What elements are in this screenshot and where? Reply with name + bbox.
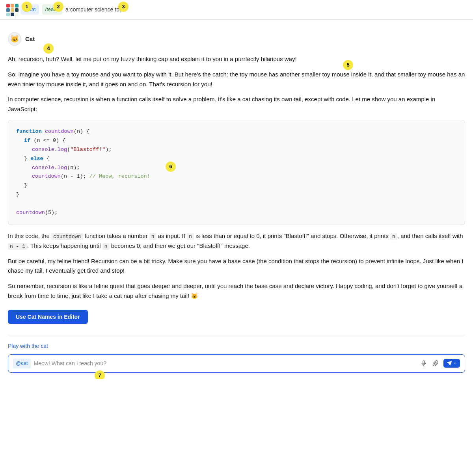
divider-2 <box>8 335 465 335</box>
main-content: 🐱 Cat Ah, recursion, huh? Well, let me p… <box>0 26 473 379</box>
explanation-part6: . This keeps happening until <box>27 242 102 249</box>
attachment-button[interactable] <box>432 359 439 367</box>
msg-para-1: Ah, recursion, huh? Well, let me put on … <box>8 54 465 64</box>
code-inline-n1: n <box>149 233 156 240</box>
annotation-6: 6 <box>166 162 176 172</box>
explanation-part7: becomes 0, and then we get our "Blastoff… <box>110 242 250 249</box>
code-inline-n-1: n - 1 <box>8 243 27 250</box>
send-button[interactable] <box>443 359 460 368</box>
play-with-cat-link[interactable]: Play with the cat <box>8 342 465 350</box>
input-cat-tag: @cat <box>13 359 31 368</box>
top-bar: @cat /teach a computer science topic <box>0 0 473 19</box>
input-bar[interactable]: @cat Meow! What can I teach you? <box>8 354 465 373</box>
msg-para-3: In computer science, recursion is when a… <box>8 95 465 114</box>
explanation-part5: , and then calls itself with <box>397 232 463 239</box>
annotation-2: 2 <box>53 2 63 12</box>
microphone-icon <box>421 360 427 366</box>
annotation-1: 1 <box>22 2 32 12</box>
paperclip-icon <box>432 360 439 366</box>
code-block: function countdown(n) { if (n <= 0) { co… <box>8 120 465 225</box>
annotation-7: 7 <box>95 370 105 379</box>
explanation-part2: function takes a number <box>83 232 149 239</box>
explanation-part1: In this code, the <box>8 232 51 239</box>
cat-emoji: 🐱 <box>10 33 19 45</box>
msg-para-careful: But be careful, my feline friend! Recurs… <box>8 257 465 276</box>
cat-header: 🐱 Cat <box>8 32 465 49</box>
explanation-part4: is less than or equal to 0, it prints "B… <box>194 232 390 239</box>
annotation-4: 4 <box>43 43 54 54</box>
cat-avatar: 🐱 <box>8 32 21 46</box>
msg-para-remember: So remember, recursion is like a feline … <box>8 281 465 301</box>
explanation-part3: as input. If <box>156 232 187 239</box>
top-bar-description: a computer science topic <box>65 5 127 14</box>
chevron-down-icon <box>453 361 457 365</box>
divider <box>0 19 473 20</box>
page-container: 1 2 3 4 5 6 7 8 9 @cat /teach a computer… <box>0 0 473 379</box>
use-cat-names-button[interactable]: Use Cat Names in Editor <box>8 310 88 324</box>
cat-name-label: Cat <box>25 34 35 44</box>
input-icons <box>420 359 460 368</box>
annotation-5: 5 <box>343 60 353 70</box>
code-inline-countdown: countdown <box>51 233 83 240</box>
msg-para-2: So, imagine you have a toy mouse and you… <box>8 70 465 89</box>
app-logo <box>6 4 17 15</box>
code-inline-n3: n <box>390 233 397 240</box>
msg-para-explanation: In this code, the countdown function tak… <box>8 231 465 251</box>
annotation-3: 3 <box>118 2 128 12</box>
microphone-button[interactable] <box>420 359 428 367</box>
code-inline-n4: n <box>102 243 110 250</box>
input-placeholder-text: Meow! What can I teach you? <box>34 359 417 368</box>
svg-rect-0 <box>423 361 425 364</box>
code-inline-n2: n <box>187 233 194 240</box>
send-icon <box>447 361 452 366</box>
